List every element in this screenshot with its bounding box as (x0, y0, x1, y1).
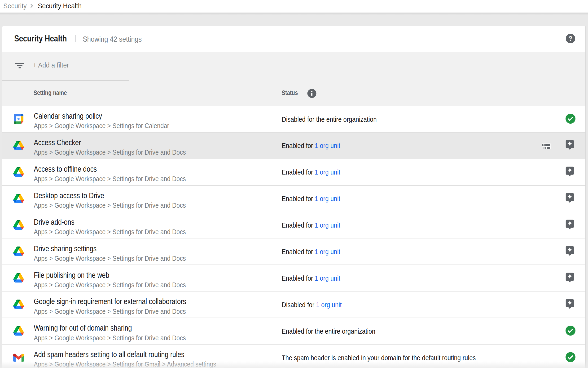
svg-text:31: 31 (17, 117, 21, 121)
